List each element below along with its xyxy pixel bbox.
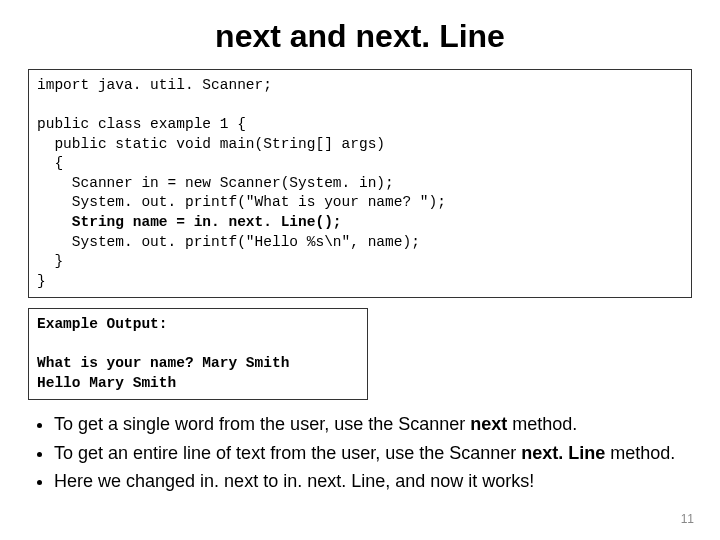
code-line: import java. util. Scanner; (37, 77, 272, 93)
list-item: To get an entire line of text from the u… (54, 441, 692, 465)
code-line: System. out. printf("What is your name? … (37, 194, 446, 210)
code-line: Scanner in = new Scanner(System. in); (37, 175, 394, 191)
bullet-keyword: next. Line (521, 443, 605, 463)
output-block: Example Output: What is your name? Mary … (28, 308, 368, 400)
code-line: System. out. printf("Hello %s\n", name); (37, 234, 420, 250)
page-number: 11 (681, 512, 694, 526)
slide-title: next and next. Line (28, 18, 692, 55)
bullet-text: method. (605, 443, 675, 463)
bullet-text: Here we changed in. next to in. next. Li… (54, 471, 534, 491)
output-line: Hello Mary Smith (37, 375, 176, 391)
output-line: What is your name? Mary Smith (37, 355, 289, 371)
output-heading: Example Output: (37, 316, 168, 332)
list-item: To get a single word from the user, use … (54, 412, 692, 436)
bullet-text: method. (507, 414, 577, 434)
bullet-text: To get a single word from the user, use … (54, 414, 470, 434)
list-item: Here we changed in. next to in. next. Li… (54, 469, 692, 493)
code-line: } (37, 273, 46, 289)
code-line: } (37, 253, 63, 269)
title-sep: and (281, 18, 356, 54)
code-line-highlight: String name = in. next. Line(); (72, 214, 342, 230)
title-part1: next (215, 18, 281, 54)
code-line: public static void main(String[] args) (37, 136, 385, 152)
bullet-text: To get an entire line of text from the u… (54, 443, 521, 463)
code-block: import java. util. Scanner; public class… (28, 69, 692, 298)
code-line: public class example 1 { (37, 116, 246, 132)
code-line: { (37, 155, 63, 171)
bullet-keyword: next (470, 414, 507, 434)
bullet-list: To get a single word from the user, use … (28, 412, 692, 493)
title-part2: next. Line (356, 18, 505, 54)
code-line-indent (37, 214, 72, 230)
